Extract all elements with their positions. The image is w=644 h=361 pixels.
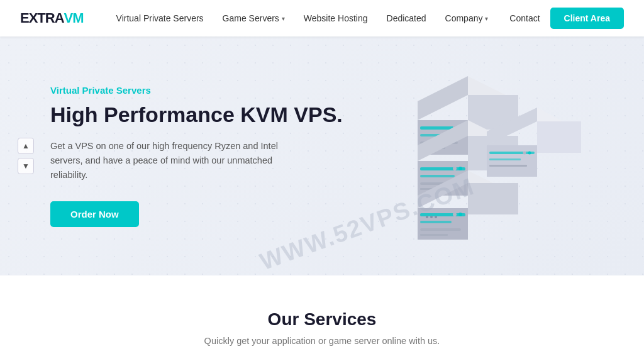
svg-point-28 bbox=[523, 152, 526, 155]
contact-link[interactable]: Contact bbox=[509, 13, 540, 23]
svg-point-41 bbox=[435, 216, 437, 218]
svg-point-27 bbox=[528, 152, 531, 155]
svg-rect-25 bbox=[489, 158, 521, 160]
nav-item-website-hosting[interactable]: Website Hosting bbox=[296, 9, 375, 27]
services-title: Our Services bbox=[50, 309, 594, 330]
nav-right: Contact Client Area bbox=[509, 8, 624, 29]
svg-rect-23 bbox=[537, 121, 581, 153]
svg-point-38 bbox=[453, 213, 457, 216]
logo-vm: VM bbox=[64, 10, 84, 26]
svg-point-37 bbox=[458, 213, 462, 216]
chevron-down-icon: ▾ bbox=[485, 15, 488, 22]
slide-controls: ▲ ▼ bbox=[18, 138, 34, 174]
nav-item-vps[interactable]: Virtual Private Servers bbox=[109, 9, 211, 27]
nav-links: Virtual Private Servers Game Servers ▾ W… bbox=[109, 9, 510, 27]
nav-item-game-servers[interactable]: Game Servers ▾ bbox=[215, 9, 292, 27]
hero-description: Get a VPS on one of our high frequency R… bbox=[50, 139, 302, 183]
svg-rect-26 bbox=[489, 165, 527, 167]
hero-content: Virtual Private Servers High Performance… bbox=[50, 85, 343, 227]
svg-rect-35 bbox=[420, 228, 461, 231]
client-area-button[interactable]: Client Area bbox=[550, 8, 624, 29]
server-illustration-svg bbox=[405, 64, 606, 246]
order-now-button[interactable]: Order Now bbox=[50, 201, 139, 227]
hero-subtitle: Virtual Private Servers bbox=[50, 85, 343, 96]
nav-item-company[interactable]: Company ▾ bbox=[438, 9, 496, 27]
chevron-down-icon: ▾ bbox=[282, 15, 285, 22]
navbar: EXTRAVM Virtual Private Servers Game Ser… bbox=[0, 0, 644, 36]
slide-down-button[interactable]: ▼ bbox=[18, 158, 34, 174]
services-section: Our Services Quickly get your applicatio… bbox=[0, 275, 644, 361]
hero-title: High Performance KVM VPS. bbox=[50, 102, 343, 128]
svg-point-18 bbox=[458, 167, 462, 170]
services-subtitle: Quickly get your application or game ser… bbox=[50, 336, 594, 346]
hero-server-image bbox=[405, 64, 606, 248]
svg-rect-34 bbox=[420, 221, 452, 223]
svg-point-39 bbox=[426, 216, 428, 218]
slide-up-button[interactable]: ▲ bbox=[18, 138, 34, 154]
logo: EXTRAVM bbox=[20, 10, 84, 26]
svg-point-40 bbox=[430, 216, 433, 218]
svg-point-19 bbox=[453, 167, 457, 170]
hero-section: ▲ ▼ Virtual Private Servers High Perform… bbox=[0, 36, 644, 275]
svg-rect-15 bbox=[420, 175, 455, 177]
svg-rect-24 bbox=[489, 152, 535, 154]
svg-rect-32 bbox=[468, 183, 518, 214]
svg-rect-36 bbox=[420, 234, 448, 236]
svg-rect-22 bbox=[487, 145, 537, 177]
svg-marker-1 bbox=[418, 76, 468, 120]
nav-item-dedicated[interactable]: Dedicated bbox=[379, 9, 434, 27]
logo-extra: EXTRA bbox=[20, 10, 64, 26]
